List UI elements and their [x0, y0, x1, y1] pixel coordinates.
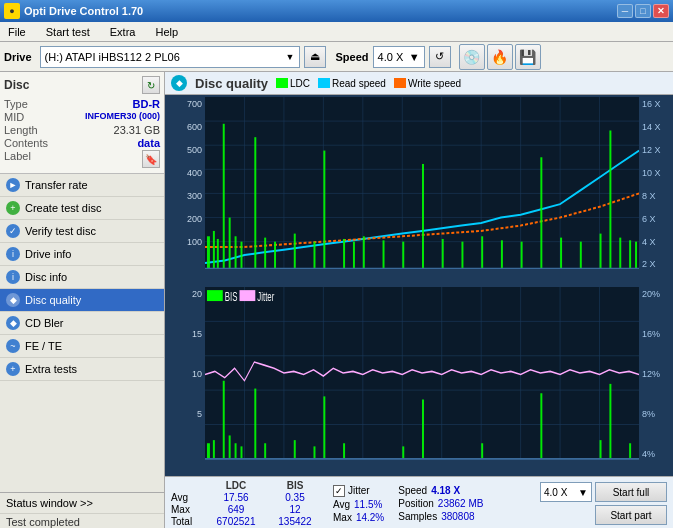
avg-bis: 0.35: [269, 492, 321, 503]
svg-rect-33: [383, 240, 385, 268]
menu-file[interactable]: File: [4, 26, 30, 38]
drive-eject-button[interactable]: ⏏: [304, 46, 326, 68]
main-layout: Disc ↻ Type BD-R MID INFOMER30 (000) Len…: [0, 72, 673, 528]
stats-section: LDC BIS Avg 17.56 0.35 Max 649 12 Total …: [165, 476, 673, 528]
top-chart-y-axis: 700 600 500 400 300 200 100 0: [167, 97, 205, 285]
disc-label-icon-button[interactable]: 🔖: [142, 150, 160, 168]
svg-rect-28: [314, 242, 316, 269]
samples-label: Samples: [398, 511, 437, 522]
svg-rect-38: [481, 236, 483, 268]
legend-read-speed: Read speed: [318, 78, 386, 89]
nav-extra-tests[interactable]: + Extra tests: [0, 358, 164, 381]
disc-quality-icon: ◆: [6, 293, 20, 307]
legend-ldc-color: [276, 78, 288, 88]
svg-rect-32: [363, 236, 365, 268]
top-chart-y-axis-right: 16 X 14 X 12 X 10 X 8 X 6 X 4 X 2 X: [639, 97, 671, 285]
svg-rect-27: [294, 234, 296, 269]
svg-rect-26: [274, 242, 276, 269]
speed-label: Speed: [336, 51, 369, 63]
drive-select[interactable]: (H:) ATAPI iHBS112 2 PL06 ▼: [40, 46, 300, 68]
max-ldc: 649: [206, 504, 266, 515]
jitter-checkbox[interactable]: ✓: [333, 485, 345, 497]
disc-row-mid: MID INFOMER30 (000): [4, 111, 160, 123]
speed-value-row: Speed 4.18 X: [398, 485, 483, 496]
cd-bler-icon: ◆: [6, 316, 20, 330]
disc-row-label: Label 🔖: [4, 150, 160, 168]
toolbar-save-button[interactable]: 💾: [515, 44, 541, 70]
content-area: ◆ Disc quality LDC Read speed Write spee…: [165, 72, 673, 528]
nav-create-test-disc[interactable]: + Create test disc: [0, 197, 164, 220]
svg-rect-39: [501, 240, 503, 268]
speed-select-drive[interactable]: 4.0 X ▼: [373, 46, 425, 68]
svg-rect-35: [422, 164, 424, 268]
speed-refresh-button[interactable]: ↺: [429, 46, 451, 68]
samples-val: 380808: [441, 511, 474, 522]
svg-rect-42: [560, 238, 562, 269]
titlebar: ● Opti Drive Control 1.70 ─ □ ✕: [0, 0, 673, 22]
svg-rect-17: [207, 236, 210, 268]
speed-section-label: Speed: [398, 485, 427, 496]
maximize-button[interactable]: □: [635, 4, 651, 18]
nav-disc-quality[interactable]: ◆ Disc quality: [0, 289, 164, 312]
svg-rect-37: [461, 242, 463, 269]
fe-te-icon: ~: [6, 339, 20, 353]
start-full-button[interactable]: Start full: [595, 482, 667, 502]
nav-fe-te[interactable]: ~ FE / TE: [0, 335, 164, 358]
jitter-avg-label: Avg: [333, 499, 350, 510]
position-row: Position 23862 MB: [398, 498, 483, 509]
svg-rect-81: [294, 440, 296, 459]
svg-rect-91: [629, 443, 631, 459]
legend-read-speed-color: [318, 78, 330, 88]
disc-row-type: Type BD-R: [4, 98, 160, 110]
disc-refresh-button[interactable]: ↻: [142, 76, 160, 94]
menu-help[interactable]: Help: [151, 26, 182, 38]
nav-verify-test-disc[interactable]: ✓ Verify test disc: [0, 220, 164, 243]
minimize-button[interactable]: ─: [617, 4, 633, 18]
toolbar-burn-button[interactable]: 🔥: [487, 44, 513, 70]
speed-combo-arrow: ▼: [578, 487, 588, 498]
disc-info-icon: i: [6, 270, 20, 284]
action-buttons-section: 4.0 X ▼ Start full Start part: [540, 482, 667, 525]
svg-rect-89: [600, 440, 602, 459]
svg-rect-90: [609, 383, 611, 458]
avg-ldc: 17.56: [206, 492, 266, 503]
svg-text:Jitter: Jitter: [257, 290, 274, 303]
menu-start-test[interactable]: Start test: [42, 26, 94, 38]
start-part-button[interactable]: Start part: [595, 505, 667, 525]
disc-section-label: Disc: [4, 78, 29, 92]
svg-rect-30: [343, 239, 345, 268]
sidebar-bottom: Status window >> Test completed: [0, 492, 164, 528]
legend-write-speed: Write speed: [394, 78, 461, 89]
svg-rect-29: [323, 151, 325, 269]
svg-rect-47: [629, 240, 631, 268]
verify-test-disc-icon: ✓: [6, 224, 20, 238]
svg-rect-22: [235, 236, 237, 268]
toolbar-disc-button[interactable]: 💿: [459, 44, 485, 70]
top-chart: 700 600 500 400 300 200 100 0: [167, 97, 671, 285]
legend-ldc: LDC: [276, 78, 310, 89]
test-speed-select[interactable]: 4.0 X ▼: [540, 482, 592, 502]
nav-disc-info[interactable]: i Disc info: [0, 266, 164, 289]
jitter-max-label: Max: [333, 512, 352, 523]
menubar: File Start test Extra Help: [0, 22, 673, 42]
svg-rect-23: [241, 242, 243, 269]
menu-extra[interactable]: Extra: [106, 26, 140, 38]
svg-rect-34: [402, 242, 404, 269]
svg-rect-31: [353, 242, 355, 269]
nav-drive-info[interactable]: i Drive info: [0, 243, 164, 266]
total-ldc: 6702521: [206, 516, 266, 527]
status-window-button[interactable]: Status window >>: [0, 493, 164, 514]
nav-transfer-rate[interactable]: ► Transfer rate: [0, 174, 164, 197]
disc-row-length: Length 23.31 GB: [4, 124, 160, 136]
total-label: Total: [171, 516, 203, 527]
nav-cd-bler[interactable]: ◆ CD Bler: [0, 312, 164, 335]
chart-header: ◆ Disc quality LDC Read speed Write spee…: [165, 72, 673, 95]
svg-rect-21: [229, 218, 231, 269]
svg-rect-88: [540, 393, 542, 459]
svg-rect-85: [402, 446, 404, 459]
drivebar: Drive (H:) ATAPI iHBS112 2 PL06 ▼ ⏏ Spee…: [0, 42, 673, 72]
svg-rect-78: [241, 446, 243, 459]
max-bis: 12: [269, 504, 321, 515]
svg-rect-73: [207, 443, 210, 459]
close-button[interactable]: ✕: [653, 4, 669, 18]
